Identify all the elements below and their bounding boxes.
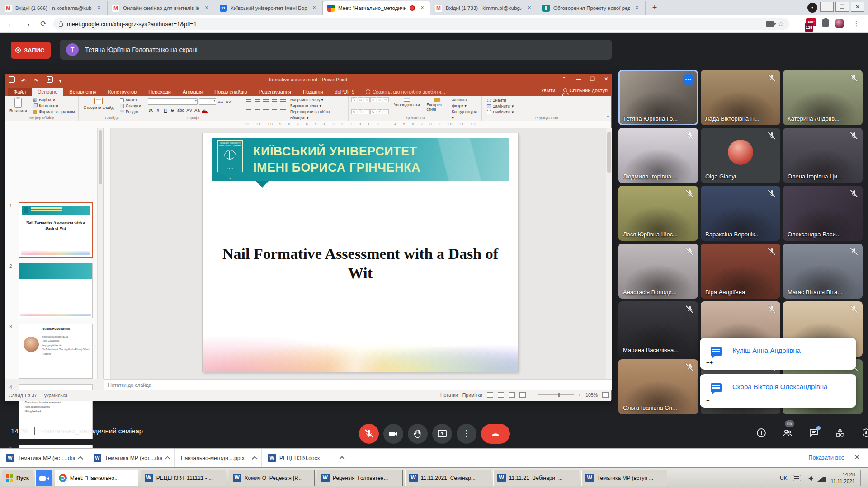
adblock-extension-icon[interactable]: 125 [806, 18, 816, 26]
change-case-button[interactable]: Аа [194, 107, 200, 113]
reading-view-icon[interactable] [509, 392, 515, 398]
download-item[interactable]: Навчально-методи....pptx [175, 449, 262, 467]
language-indicator[interactable]: українська [44, 393, 68, 398]
tab-close-icon[interactable] [633, 5, 641, 12]
participant-tile[interactable]: Людмила Ігорівна ... [618, 128, 698, 183]
participant-tile[interactable]: Олена Ігорівна Ци... [783, 128, 863, 183]
line-spacing-icon[interactable] [280, 98, 286, 102]
indent-increase-icon[interactable] [272, 98, 277, 102]
tab-close-icon[interactable] [95, 5, 103, 12]
more-options-button[interactable] [457, 424, 476, 444]
taskbar-word-task[interactable]: РЕЦЕНЗІЯ_111121 - ... [141, 470, 226, 486]
shape-fill-button[interactable]: Заливка фігури ▾ [452, 97, 479, 109]
camera-app-button[interactable] [35, 470, 52, 486]
tab-seminar[interactable]: Онлайн-семінар для вчителів іноз [108, 1, 215, 15]
show-desktop-button[interactable] [860, 470, 863, 486]
tab-calendar[interactable]: 11 Київський університет імені Борис [215, 1, 323, 15]
slideshow-view-icon[interactable] [519, 392, 526, 398]
align-center-icon[interactable] [255, 106, 260, 110]
slide-scrollbar[interactable] [606, 128, 612, 379]
forward-button[interactable] [22, 19, 33, 29]
extensions-icon[interactable] [822, 19, 829, 27]
ppt-tab-slideshow[interactable]: Показ слайдів [208, 88, 253, 96]
browser-profile-avatar[interactable] [835, 19, 844, 28]
ppt-ribbon-options-icon[interactable]: ⌃ [562, 76, 566, 82]
chat-notification[interactable]: Куліш Анна Андріївна ++ [700, 338, 856, 370]
align-right-icon[interactable] [263, 106, 269, 110]
chevron-up-icon[interactable] [339, 456, 345, 462]
taskbar-clock[interactable]: 14:28 11.11.2021 [831, 471, 855, 484]
italic-button[interactable]: К [155, 107, 161, 113]
present-button[interactable] [432, 424, 452, 444]
fit-slide-icon[interactable] [602, 392, 609, 398]
cut-button[interactable]: Вирізати [32, 97, 76, 103]
slide-thumbnail-1[interactable]: Nail Formative Assessment with a Dash of… [19, 202, 93, 258]
layout-button[interactable]: Макет [119, 97, 142, 103]
bullets-icon[interactable] [246, 98, 251, 102]
participant-tile[interactable]: Лада Вікторівна П... [701, 70, 780, 125]
find-button[interactable]: Знайти [486, 98, 514, 103]
ppt-tab-home[interactable]: Основне [32, 88, 63, 96]
participant-tile[interactable]: Тетяна Юріївна Го... [618, 70, 698, 125]
font-color-button[interactable]: А [202, 107, 208, 113]
participant-tile[interactable]: Катерина Андріїв... [783, 70, 863, 125]
normal-view-icon[interactable] [487, 392, 493, 398]
grow-font-icon[interactable]: А˄ [217, 99, 224, 104]
activities-icon[interactable] [835, 427, 845, 438]
participant-tile[interactable]: Магас Віталія Віта... [783, 244, 863, 299]
tab-close-icon[interactable] [311, 5, 318, 12]
new-slide-button[interactable]: Створити слайд [81, 97, 115, 110]
volume-icon[interactable] [808, 476, 812, 481]
collapse-ribbon-icon[interactable] [606, 115, 609, 120]
slide-thumbnail-2[interactable] [19, 263, 93, 318]
text-shadow-button[interactable]: abc [177, 107, 184, 113]
slide-canvas[interactable]: Київський університет імені Бориса Грінч… [203, 133, 518, 372]
window-minimize-button[interactable] [820, 2, 834, 12]
notes-pane[interactable]: Нотатки до слайда [104, 379, 612, 390]
bookmark-star-icon[interactable] [778, 20, 784, 28]
back-button[interactable] [5, 19, 16, 29]
camera-toggle-button[interactable] [383, 424, 403, 444]
underline-button[interactable]: П [162, 107, 168, 113]
browser-menu-icon[interactable] [852, 19, 861, 28]
justify-icon[interactable] [272, 106, 277, 110]
reload-button[interactable] [38, 19, 49, 29]
text-direction-button[interactable]: Напрямок тексту ▾ [290, 97, 345, 103]
format-painter-button[interactable]: Формат за зразком [32, 109, 76, 114]
download-item[interactable]: Тематика МР (вст....docx [0, 449, 87, 467]
char-spacing-button[interactable]: АV [186, 107, 193, 113]
participant-tile[interactable]: Анастасія Володи... [618, 244, 698, 299]
chat-icon[interactable] [808, 427, 819, 438]
language-switcher[interactable]: UK [780, 475, 788, 481]
paste-button[interactable]: Вставити [8, 97, 29, 113]
keyboard-icon[interactable] [793, 475, 801, 481]
replace-button[interactable]: Замінити ▾ [486, 103, 514, 109]
show-all-downloads-link[interactable]: Показати все [808, 454, 844, 461]
tab-kubg[interactable]: Обговорення Проекту нової редак [538, 1, 646, 15]
network-icon[interactable] [817, 475, 826, 482]
new-tab-button[interactable] [648, 2, 661, 14]
ppt-tab-insert[interactable]: Вставлення [63, 88, 102, 96]
tab-gmail-2[interactable]: Вхідні (1 733) - kimmn.pi@kubg.ed [430, 1, 538, 15]
window-close-button[interactable] [851, 2, 864, 12]
taskbar-word-task[interactable]: Рецензія_Головатен... [317, 470, 403, 486]
ppt-tab-file[interactable]: Файл [8, 88, 32, 96]
ppt-minimize-button[interactable]: — [576, 76, 581, 82]
ppt-tab-animations[interactable]: Анімація [177, 88, 208, 96]
chevron-up-icon[interactable] [252, 456, 258, 462]
participant-tile[interactable]: Леся Юріївна Шес... [618, 186, 698, 241]
copy-button[interactable]: Копіювати [32, 103, 76, 108]
shrink-font-icon[interactable]: А˅ [225, 99, 231, 104]
align-left-icon[interactable] [246, 106, 251, 110]
font-name-select[interactable] [148, 98, 198, 105]
info-icon[interactable] [756, 427, 767, 438]
bold-button[interactable]: Ж [148, 107, 154, 113]
ppt-close-button[interactable]: ✕ [604, 76, 609, 82]
media-controls-button[interactable] [807, 3, 817, 13]
camera-permission-icon[interactable] [766, 21, 774, 27]
raise-hand-button[interactable] [408, 424, 428, 444]
tell-me-box[interactable]: Скажіть, що потрібно зробити... [360, 88, 451, 96]
chevron-up-icon[interactable] [77, 456, 83, 462]
zoom-in-icon[interactable]: + [578, 392, 581, 398]
participant-tile[interactable]: Olga Gladyr [701, 128, 780, 183]
